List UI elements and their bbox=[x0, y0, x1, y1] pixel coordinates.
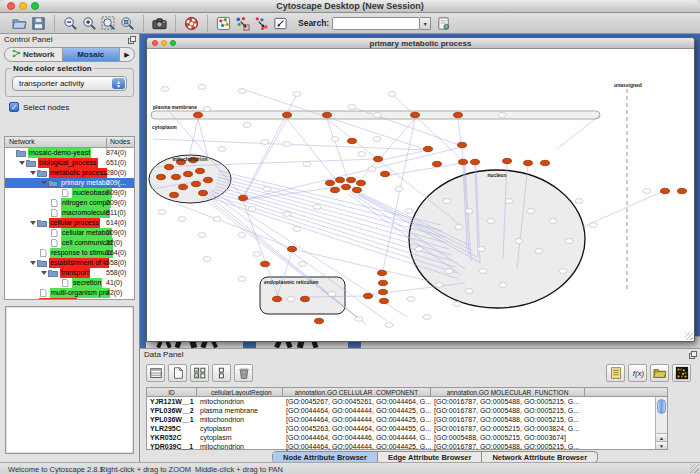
network-node[interactable] bbox=[385, 323, 393, 328]
annotation-icon[interactable] bbox=[271, 15, 290, 32]
network-node-selected-color[interactable] bbox=[288, 246, 297, 251]
network-view-window[interactable]: primary metabolic process plasma membran… bbox=[146, 37, 695, 342]
select-attributes-icon[interactable] bbox=[190, 364, 209, 382]
expander-triangle-icon[interactable] bbox=[41, 181, 47, 185]
network-node-selected-color[interactable] bbox=[411, 112, 420, 117]
network-node[interactable] bbox=[435, 283, 443, 288]
network-node[interactable] bbox=[178, 217, 186, 222]
network-node[interactable] bbox=[203, 107, 211, 112]
network-node[interactable] bbox=[373, 113, 381, 118]
network-node[interactable] bbox=[161, 87, 169, 92]
network-node[interactable] bbox=[313, 205, 321, 210]
network-node[interactable] bbox=[248, 207, 256, 212]
tree-row-nucleobase-[interactable]: nucleobase-209(0) bbox=[5, 188, 134, 198]
tree-row-cell-communicat[interactable]: cell communicat22(0) bbox=[5, 238, 134, 248]
network-node-selected-color[interactable] bbox=[374, 156, 383, 161]
network-node[interactable] bbox=[303, 162, 311, 167]
network-node[interactable] bbox=[549, 219, 557, 224]
network-node-selected-color[interactable] bbox=[194, 112, 203, 117]
tree-row-multi-organism-pro[interactable]: multi-organism pro42(0) bbox=[5, 288, 134, 298]
network-node[interactable] bbox=[358, 152, 366, 157]
network-node[interactable] bbox=[535, 249, 543, 254]
tree-row-nitrogen-compo[interactable]: nitrogen compo209(0) bbox=[5, 198, 134, 208]
network-node-selected-color[interactable] bbox=[454, 112, 463, 117]
network-node[interactable] bbox=[261, 140, 269, 145]
network-node[interactable] bbox=[293, 227, 301, 232]
network-node-selected-color[interactable] bbox=[283, 112, 292, 117]
tree-row-biological-process[interactable]: biological_process651(0) bbox=[5, 158, 134, 168]
tab-mosaic[interactable]: Mosaic bbox=[63, 48, 121, 61]
network-node-selected-color[interactable] bbox=[165, 164, 174, 169]
save-icon[interactable] bbox=[29, 15, 48, 32]
network-node-selected-color[interactable] bbox=[380, 298, 389, 303]
layout-settings-icon[interactable] bbox=[252, 15, 271, 32]
network-node-selected-color[interactable] bbox=[424, 146, 433, 151]
window-titlebar[interactable]: Cytoscape Desktop (New Session) bbox=[0, 0, 700, 13]
network-node-selected-color[interactable] bbox=[433, 161, 442, 166]
network-node[interactable] bbox=[293, 92, 301, 97]
table-row[interactable]: YPL036W__1mitochondrion[GO:0044464, GO:0… bbox=[147, 415, 667, 424]
network-node[interactable] bbox=[253, 252, 261, 257]
table-row[interactable]: YPL036W__2plasma membrane[GO:0044464, GO… bbox=[147, 406, 667, 415]
birds-eye-overview[interactable] bbox=[5, 306, 134, 454]
snapshot-icon[interactable] bbox=[150, 15, 169, 32]
network-node[interactable] bbox=[213, 217, 221, 222]
network-node-selected-color[interactable] bbox=[342, 184, 351, 189]
tab-network[interactable]: Network bbox=[5, 48, 63, 61]
tab-network-attribute-browser[interactable]: Network Attribute Browser bbox=[482, 452, 597, 462]
network-node[interactable] bbox=[423, 315, 431, 320]
float-panel-icon[interactable] bbox=[689, 351, 697, 359]
open-folder-icon[interactable] bbox=[10, 15, 29, 32]
zoom-selected-icon[interactable] bbox=[118, 15, 137, 32]
network-node-selected-color[interactable] bbox=[378, 270, 387, 275]
scroll-up-arrow[interactable]: ▲ bbox=[656, 433, 667, 441]
formula-icon[interactable]: f(x) bbox=[628, 364, 647, 382]
network-canvas[interactable]: plasma membranecytoplasmmitochondrionnuc… bbox=[147, 49, 694, 341]
network-node[interactable] bbox=[198, 85, 206, 90]
network-node-selected-color[interactable] bbox=[541, 160, 550, 165]
network-node[interactable] bbox=[498, 113, 506, 118]
node-color-dropdown[interactable]: transporter activity ▲▼ bbox=[12, 76, 127, 91]
network-node[interactable] bbox=[298, 262, 306, 267]
network-node-selected-color[interactable] bbox=[301, 296, 310, 301]
network-node-selected-color[interactable] bbox=[661, 188, 670, 193]
network-node[interactable] bbox=[287, 297, 295, 302]
scroll-down-arrow[interactable]: ▼ bbox=[656, 441, 667, 449]
network-node-selected-color[interactable] bbox=[172, 174, 181, 179]
expander-triangle-icon[interactable] bbox=[19, 161, 25, 165]
network-node-selected-color[interactable] bbox=[170, 192, 179, 197]
vizmapper-icon[interactable] bbox=[214, 15, 233, 32]
network-node[interactable] bbox=[373, 137, 381, 142]
expander-triangle-icon[interactable] bbox=[30, 261, 36, 265]
network-node[interactable] bbox=[499, 283, 507, 288]
search-dropdown-arrow[interactable]: ▾ bbox=[420, 17, 431, 30]
network-node[interactable] bbox=[203, 257, 211, 262]
network-node-selected-color[interactable] bbox=[261, 261, 270, 266]
network-node-selected-color[interactable] bbox=[458, 142, 467, 147]
network-node[interactable] bbox=[238, 277, 246, 282]
tree-row-transport[interactable]: transport558(0) bbox=[5, 268, 134, 278]
network-node[interactable] bbox=[283, 142, 291, 147]
tree-row-establishment-of-lo[interactable]: establishment of lo558(0) bbox=[5, 258, 134, 268]
network-node[interactable] bbox=[368, 167, 376, 172]
scrollbar-thumb[interactable] bbox=[657, 399, 666, 414]
network-node[interactable] bbox=[283, 212, 291, 217]
resize-grip[interactable] bbox=[685, 332, 693, 340]
network-node-selected-color[interactable] bbox=[348, 138, 357, 143]
network-node-selected-color[interactable] bbox=[331, 187, 340, 192]
float-panel-icon[interactable] bbox=[128, 36, 136, 44]
select-nodes-checkbox[interactable]: ✓ bbox=[9, 102, 19, 112]
column-header-3[interactable]: annotation.GO MOLECULAR_FUNCTION bbox=[431, 388, 585, 396]
search-input[interactable] bbox=[332, 17, 420, 30]
network-node[interactable] bbox=[198, 233, 206, 238]
attribute-list-icon[interactable] bbox=[606, 364, 625, 382]
network-node[interactable] bbox=[575, 199, 583, 204]
network-node[interactable] bbox=[589, 223, 597, 228]
network-node-selected-color[interactable] bbox=[459, 159, 468, 164]
network-node[interactable] bbox=[505, 199, 513, 204]
unselect-attributes-icon[interactable] bbox=[212, 364, 231, 382]
network-node-selected-color[interactable] bbox=[379, 289, 388, 294]
network-node-selected-color[interactable] bbox=[503, 158, 512, 163]
zoom-out-icon[interactable] bbox=[61, 15, 80, 32]
tree-row-response-to-stimulu[interactable]: response to stimulu264(0) bbox=[5, 248, 134, 258]
